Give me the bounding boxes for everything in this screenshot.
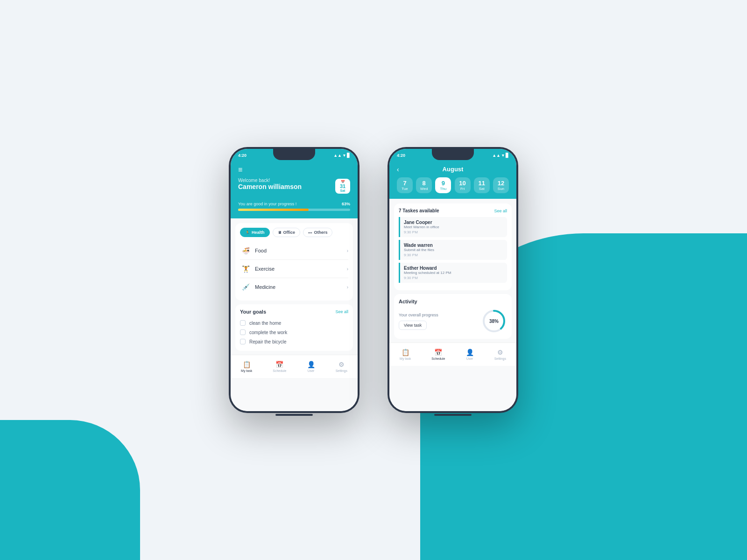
date-10-fri[interactable]: 10 Fri xyxy=(455,177,471,193)
date-9-thu[interactable]: 9 Thu xyxy=(435,177,451,193)
back-button[interactable]: ‹ xyxy=(397,166,399,173)
goal3-checkbox[interactable] xyxy=(240,339,246,344)
category-exercise[interactable]: 🏋 Exercise › xyxy=(240,260,348,278)
nav-settings[interactable]: ⚙ Settings xyxy=(336,361,347,372)
task2-desc: Submit all the files xyxy=(404,248,503,252)
battery-icon: ▊ xyxy=(347,153,350,158)
food-icon: 🍜 xyxy=(240,245,251,256)
category-card: 🏃 Health 🖥 Office ••• Others xyxy=(235,223,353,301)
progress-bar-bg xyxy=(238,209,350,211)
date-9-day: Thu xyxy=(440,187,446,191)
phone2-notch xyxy=(432,149,474,160)
goal-complete-work[interactable]: complete the work xyxy=(240,328,348,337)
p2-schedule-label: Schedule xyxy=(431,357,445,360)
date-12-num: 12 xyxy=(498,180,504,187)
view-task-button[interactable]: View task xyxy=(399,321,427,330)
calendar-label: Sat xyxy=(340,189,345,192)
circular-progress: 38% xyxy=(481,308,507,334)
nav-user[interactable]: 👤 User xyxy=(307,361,315,372)
p2-my-task-icon: 📋 xyxy=(402,349,409,356)
task2-time: 9:30 PM xyxy=(404,253,503,257)
tab-others[interactable]: ••• Others xyxy=(303,228,332,237)
progress-text-section: Your overall progress View task xyxy=(399,313,476,330)
goals-see-all[interactable]: See all xyxy=(335,309,348,314)
tasks-section: 7 Taskes available See all Jane Cooper M… xyxy=(394,203,512,290)
phone1-home-indicator xyxy=(275,414,313,416)
category-medicine[interactable]: 💉 Medicine › xyxy=(240,278,348,296)
goal-repair-bicycle[interactable]: Repair the bicycle xyxy=(240,337,348,346)
tasks-count: 7 Taskes available xyxy=(399,208,439,213)
others-tab-icon: ••• xyxy=(308,231,312,235)
task-esther-howard[interactable]: Esther Howard Meeting scheduled at 12 PM… xyxy=(399,263,507,283)
progress-percentage: 63% xyxy=(342,202,350,206)
nav-my-task[interactable]: 📋 My task xyxy=(241,361,252,372)
task3-name: Esther Howard xyxy=(404,266,503,271)
task1-desc: Meet Warren in office xyxy=(404,225,503,229)
goal1-checkbox[interactable] xyxy=(240,320,246,326)
food-chevron: › xyxy=(347,248,348,253)
calendar-badge[interactable]: 📅 31 Sat xyxy=(335,179,350,194)
activity-content: Your overall progress View task 38% xyxy=(399,308,507,334)
date-12-sun[interactable]: 12 Sun xyxy=(493,177,509,193)
my-task-icon: 📋 xyxy=(243,361,251,368)
goal2-checkbox[interactable] xyxy=(240,329,246,335)
category-food[interactable]: 🍜 Food › xyxy=(240,242,348,260)
goal2-text: complete the work xyxy=(249,330,287,335)
activity-title: Activity xyxy=(399,299,507,304)
task2-name: Wade warren xyxy=(404,243,503,248)
task3-desc: Meeting scheduled at 12 PM xyxy=(404,271,503,275)
date-11-num: 11 xyxy=(479,180,485,187)
goals-header: Your goals See all xyxy=(240,309,348,315)
date-8-num: 8 xyxy=(423,180,426,187)
p2-battery-icon: ▊ xyxy=(506,153,509,158)
p2-wifi-icon: ▾ xyxy=(502,153,504,158)
menu-icon[interactable]: ≡ xyxy=(238,166,350,174)
p2-user-icon: 👤 xyxy=(466,349,474,356)
goal-clean-home[interactable]: clean the home xyxy=(240,318,348,328)
tasks-see-all[interactable]: See all xyxy=(494,209,507,213)
signal-icon: ▲▲ xyxy=(333,153,342,158)
progress-bar-fill xyxy=(238,209,309,211)
p2-my-task-label: My task xyxy=(400,357,411,360)
p2-nav-schedule[interactable]: 📅 Schedule xyxy=(431,349,445,360)
progress-center-value: 38% xyxy=(489,319,499,324)
exercise-chevron: › xyxy=(347,266,348,272)
category-tabs: 🏃 Health 🖥 Office ••• Others xyxy=(240,228,348,237)
calendar-day: 31 xyxy=(340,184,345,189)
month-title: August xyxy=(443,166,464,173)
goal3-text: Repair the bicycle xyxy=(249,339,286,344)
date-11-sat[interactable]: 11 Sat xyxy=(474,177,490,193)
goals-section: Your goals See all clean the home comple… xyxy=(235,304,353,351)
phone1-body: 🏃 Health 🖥 Office ••• Others xyxy=(231,218,358,411)
date-11-day: Sat xyxy=(479,187,485,191)
task-jane-cooper[interactable]: Jane Cooper Meet Warren in office 9:30 P… xyxy=(399,217,507,237)
tasks-header: 7 Taskes available See all xyxy=(399,208,507,213)
p2-nav-settings[interactable]: ⚙ Settings xyxy=(494,349,506,360)
date-8-wed[interactable]: 8 Wed xyxy=(416,177,432,193)
date-8-day: Wed xyxy=(420,187,428,191)
p2-nav-user[interactable]: 👤 User xyxy=(466,349,474,360)
schedule-icon: 📅 xyxy=(275,361,283,368)
user-label: User xyxy=(308,369,315,372)
phone1-time: 4:20 xyxy=(238,153,247,158)
medicine-chevron: › xyxy=(347,285,348,290)
goal1-text: clean the home xyxy=(249,321,281,326)
user-icon: 👤 xyxy=(307,361,315,368)
tab-office[interactable]: 🖥 Office xyxy=(273,228,301,237)
date-7-tue[interactable]: 7 Tue xyxy=(397,177,413,193)
health-tab-icon: 🏃 xyxy=(245,231,250,235)
date-12-day: Sun xyxy=(498,187,504,191)
date-10-num: 10 xyxy=(459,180,465,187)
task-wade-warren[interactable]: Wade warren Submit all the files 9:30 PM xyxy=(399,240,507,260)
progress-label-row: You are good in your progress ! 63% xyxy=(238,202,350,206)
food-label: Food xyxy=(255,248,267,253)
p2-nav-my-task[interactable]: 📋 My task xyxy=(400,349,411,360)
p2-signal-icon: ▲▲ xyxy=(492,153,500,158)
tab-health[interactable]: 🏃 Health xyxy=(240,228,270,237)
phone2-status-icons: ▲▲ ▾ ▊ xyxy=(492,153,509,158)
overall-label: Your overall progress xyxy=(399,313,476,317)
phone1-screen: 4:20 ▲▲ ▾ ▊ ≡ Welcome back! Cameron will… xyxy=(231,149,358,411)
nav-schedule[interactable]: 📅 Schedule xyxy=(273,361,286,372)
p2-user-label: User xyxy=(466,357,473,360)
exercise-label: Exercise xyxy=(255,266,275,272)
